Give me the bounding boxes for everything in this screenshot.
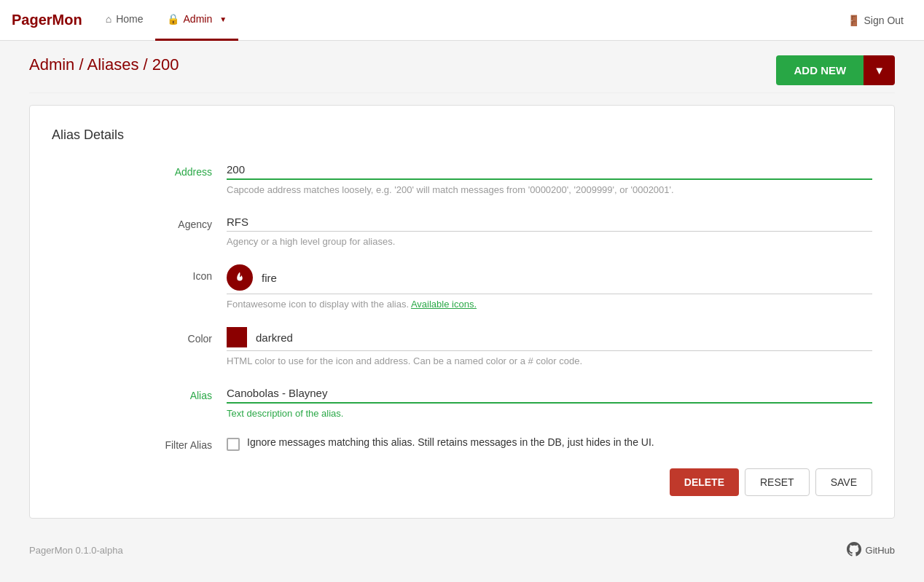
nav-home-label: Home [116,13,143,25]
icon-hint: Fontawesome icon to display with the ali… [227,299,872,310]
available-icons-link[interactable]: Available icons. [411,299,477,310]
github-icon [847,542,861,559]
color-swatch [227,327,247,347]
address-row: Address Capcode address matches loosely,… [52,160,872,195]
add-new-button[interactable]: ADD NEW [776,55,864,85]
alias-row: Alias Text description of the alias. [52,384,872,419]
filter-alias-row: Filter Alias Ignore messages matching th… [52,436,872,451]
alias-hint: Text description of the alias. [227,408,872,419]
alias-label: Alias [52,384,227,401]
address-content: Capcode address matches loosely, e.g. '2… [227,160,872,195]
breadcrumb-aliases[interactable]: Aliases [87,55,139,74]
add-new-dropdown-button[interactable]: ▼ [864,55,895,85]
filter-alias-checkbox[interactable] [227,438,240,451]
footer: PagerMon 0.1.0-alpha GitHub [0,533,924,567]
navbar-right: 🚪 Sign Out [839,10,912,31]
alias-input[interactable] [227,384,872,404]
color-hint: HTML color to use for the icon and addre… [227,355,872,366]
icon-row: Icon Fontawesome icon to display with th… [52,264,872,310]
breadcrumb-current: 200 [152,55,179,74]
main-content: Alias Details Address Capcode address ma… [29,105,895,519]
navbar-left: PagerMon ⌂ Home 🔒 Admin ▼ [12,0,238,41]
agency-content: Agency or a high level group for aliases… [227,213,872,247]
icon-content: Fontawesome icon to display with the ali… [227,264,872,310]
footer-version: PagerMon 0.1.0-alpha [29,545,123,556]
color-input[interactable] [256,331,872,344]
nav-home[interactable]: ⌂ Home [94,0,155,41]
icon-input[interactable] [262,272,872,284]
agency-row: Agency Agency or a high level group for … [52,213,872,247]
filter-alias-desc: Ignore messages matching this alias. Sti… [247,436,654,448]
reset-button[interactable]: RESET [745,468,810,496]
icon-hint-text: Fontawesome icon to display with the ali… [227,299,409,310]
navbar: PagerMon ⌂ Home 🔒 Admin ▼ 🚪 Sign Out [0,0,924,41]
admin-lock-icon: 🔒 [167,13,179,25]
admin-dropdown-caret: ▼ [219,15,227,23]
address-input[interactable] [227,160,872,180]
address-hint: Capcode address matches loosely, e.g. '2… [227,184,872,195]
nav-admin[interactable]: 🔒 Admin ▼ [155,0,239,41]
color-content: HTML color to use for the icon and addre… [227,327,872,366]
home-icon: ⌂ [106,13,111,25]
agency-input[interactable] [227,213,872,232]
github-label: GitHub [866,545,895,556]
breadcrumb-admin[interactable]: Admin [29,55,74,74]
filter-alias-content: Ignore messages matching this alias. Sti… [227,436,872,451]
action-buttons: DELETE RESET SAVE [52,468,872,496]
nav-admin-label: Admin [184,13,213,25]
agency-label: Agency [52,213,227,230]
alias-content: Text description of the alias. [227,384,872,419]
section-title: Alias Details [52,127,872,143]
signout-label: Sign Out [864,15,904,26]
brand-logo[interactable]: PagerMon [12,12,94,28]
save-button[interactable]: SAVE [815,468,872,496]
color-row: Color HTML color to use for the icon and… [52,327,872,366]
signout-button[interactable]: 🚪 Sign Out [839,10,912,31]
fire-icon-preview [227,264,253,291]
add-new-wrapper: ADD NEW ▼ [776,55,895,85]
filter-alias-label: Filter Alias [52,436,227,451]
github-link[interactable]: GitHub [847,542,895,559]
breadcrumb-sep1: / [79,55,87,74]
header-divider [29,93,895,93]
color-label: Color [52,327,227,345]
agency-hint: Agency or a high level group for aliases… [227,236,872,247]
icon-label: Icon [52,264,227,282]
address-label: Address [52,160,227,178]
breadcrumb-sep2: / [144,55,152,74]
delete-button[interactable]: DELETE [670,468,739,496]
page-header: Admin / Aliases / 200 ADD NEW ▼ [0,41,924,93]
breadcrumb: Admin / Aliases / 200 [29,55,179,74]
icon-row-inner [227,264,872,294]
signout-icon: 🚪 [847,15,860,26]
color-row-inner [227,327,872,351]
